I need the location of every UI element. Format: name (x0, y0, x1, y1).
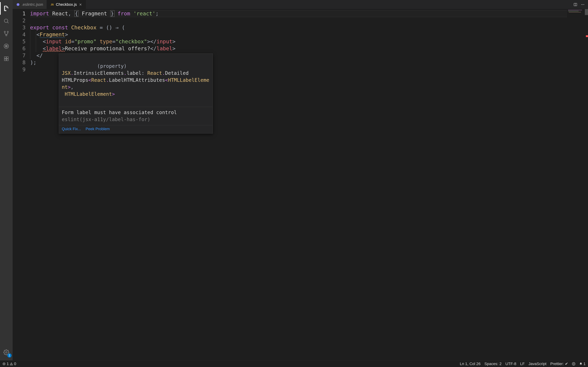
code-line: import React, { Fragment } from 'react'; (30, 10, 588, 17)
status-bar: 1 0 Ln 1, Col 26 Spaces: 2 UTF-8 LF Java… (0, 360, 588, 367)
tab-bar: .eslintrc.json JS Checkbox.js (13, 0, 588, 9)
peek-problem-link[interactable]: Peek Problem (86, 127, 110, 131)
line-number: 4 (13, 31, 26, 38)
svg-point-4 (6, 35, 7, 36)
split-editor-icon[interactable] (573, 2, 578, 7)
status-encoding[interactable]: UTF-8 (505, 362, 516, 366)
svg-rect-7 (4, 57, 6, 58)
gutter: 1 2 3 4 5 6 7 8 9 (13, 9, 30, 360)
svg-rect-8 (7, 57, 8, 58)
svg-point-0 (4, 19, 8, 23)
svg-rect-10 (7, 59, 8, 61)
hover-diagnostic: Form label must have associated control … (59, 107, 213, 125)
tab-eslintrc[interactable]: .eslintrc.json (13, 0, 47, 9)
svg-point-2 (4, 31, 5, 33)
editor-area: .eslintrc.json JS Checkbox.js (13, 0, 588, 360)
tab-label: .eslintrc.json (22, 2, 43, 7)
svg-line-1 (7, 22, 9, 23)
status-notifications[interactable]: 1 (579, 362, 586, 366)
tab-checkbox-js[interactable]: JS Checkbox.js (47, 0, 86, 9)
settings-badge: 1 (7, 353, 12, 358)
svg-point-19 (584, 4, 584, 5)
line-number: 8 (13, 59, 26, 66)
status-cursor[interactable]: Ln 1, Col 26 (460, 362, 481, 366)
extensions-icon[interactable] (0, 52, 13, 65)
code-line: export const Checkbox = () ⇒ ( (30, 24, 588, 31)
hover-type-info: (property) JSX.IntrinsicElements.label: … (59, 54, 213, 107)
diagnostic-message: Form label must have associated control (62, 109, 177, 115)
warnings-count: 0 (14, 362, 16, 366)
more-icon[interactable] (581, 2, 585, 7)
hover-actions: Quick Fix... Peek Problem (59, 125, 213, 133)
code-area[interactable]: 1 2 3 4 5 6 7 8 9 import React, { Fragme… (13, 9, 588, 360)
minimap-slider[interactable] (585, 9, 588, 15)
status-eol[interactable]: LF (520, 362, 525, 366)
line-number: 2 (13, 17, 26, 24)
notifications-count: 1 (583, 362, 586, 366)
debug-icon[interactable] (0, 40, 13, 52)
settings-gear-icon[interactable]: 1 (0, 346, 13, 359)
js-icon: JS (50, 3, 54, 7)
line-number: 9 (13, 66, 26, 73)
tab-actions (570, 2, 588, 7)
svg-point-26 (573, 363, 573, 364)
minimap-error-marker (586, 35, 588, 37)
code-line: <input id="promo" type="checkbox"></inpu… (30, 38, 588, 45)
line-number: 3 (13, 24, 26, 31)
svg-point-27 (574, 363, 574, 364)
indent-guide (30, 24, 30, 59)
status-problems[interactable]: 1 0 (2, 362, 16, 366)
hover-tooltip: (property) JSX.IntrinsicElements.label: … (59, 53, 213, 133)
svg-point-17 (581, 4, 582, 5)
diagnostic-rule: eslint(jsx-a11y/label-has-for) (62, 117, 150, 122)
status-feedback-icon[interactable] (572, 362, 575, 366)
explorer-icon[interactable] (0, 2, 13, 15)
minimap[interactable] (567, 9, 588, 360)
source-control-icon[interactable] (0, 27, 13, 40)
line-number: 7 (13, 52, 26, 59)
code-line: <label>Receive promotional offers?</labe… (30, 45, 588, 52)
line-number: 1 (13, 10, 26, 17)
svg-marker-12 (17, 3, 19, 6)
search-icon[interactable] (0, 15, 13, 27)
code-line (30, 17, 588, 24)
svg-point-18 (582, 4, 583, 5)
status-indent[interactable]: Spaces: 2 (484, 362, 502, 366)
tab-label: Checkbox.js (56, 2, 77, 7)
status-language[interactable]: JavaScript (528, 362, 546, 366)
svg-point-3 (7, 31, 9, 33)
errors-count: 1 (7, 362, 9, 366)
line-number: 6 (13, 45, 26, 52)
close-icon[interactable] (78, 3, 82, 7)
svg-point-25 (572, 362, 575, 365)
quick-fix-link[interactable]: Quick Fix... (62, 127, 81, 131)
line-number: 5 (13, 38, 26, 45)
svg-rect-9 (4, 59, 6, 61)
svg-point-11 (6, 352, 7, 353)
activity-bar: 1 (0, 0, 13, 360)
code-line: <Fragment> (30, 31, 588, 38)
svg-point-24 (11, 364, 12, 365)
status-prettier[interactable]: Prettier: ✔ (550, 362, 568, 366)
eslint-icon (16, 3, 20, 7)
